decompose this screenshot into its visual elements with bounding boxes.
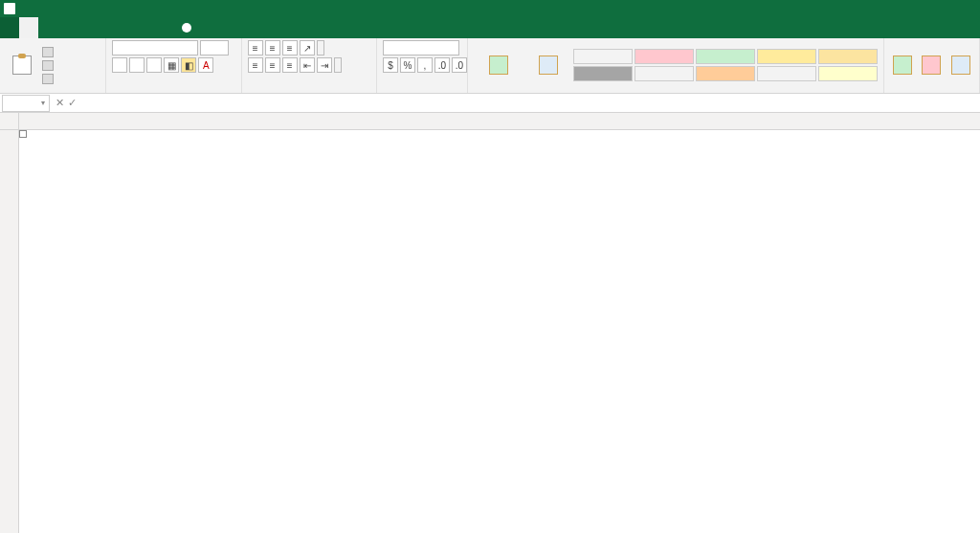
- format-as-table-icon: [539, 56, 558, 75]
- comma-button[interactable]: ,: [417, 57, 433, 73]
- style-neutral[interactable]: [757, 49, 816, 64]
- title-bar: [0, 0, 980, 17]
- column-headers: [19, 113, 980, 130]
- group-label-alignment: [248, 90, 370, 93]
- style-normal[interactable]: [573, 49, 633, 64]
- cut-button[interactable]: [42, 46, 56, 58]
- formula-input[interactable]: [90, 98, 980, 109]
- enter-formula-icon[interactable]: ✓: [68, 97, 77, 109]
- scissors-icon: [42, 47, 54, 57]
- select-all-corner[interactable]: [0, 113, 19, 130]
- decrease-decimal-button[interactable]: .0: [452, 57, 467, 73]
- style-calculation[interactable]: [818, 49, 878, 64]
- tab-insert[interactable]: [38, 17, 57, 38]
- delete-icon: [922, 56, 941, 75]
- align-middle-button[interactable]: ≡: [265, 40, 280, 56]
- percent-button[interactable]: %: [400, 57, 415, 73]
- style-good[interactable]: [696, 49, 755, 64]
- ribbon-tabs: [0, 17, 980, 38]
- indent-less-button[interactable]: ⇤: [300, 57, 315, 73]
- group-number: $ % , .0 .0: [377, 38, 468, 93]
- cell-grid[interactable]: [19, 130, 980, 533]
- group-label-font: [112, 90, 234, 93]
- tab-view[interactable]: [134, 17, 153, 38]
- paste-button[interactable]: [6, 56, 38, 76]
- group-cells: [884, 38, 980, 93]
- bold-button[interactable]: [112, 57, 127, 73]
- align-left-button[interactable]: ≡: [248, 57, 263, 73]
- worksheet-area[interactable]: [0, 113, 980, 533]
- format-icon: [951, 56, 970, 75]
- cancel-formula-icon[interactable]: ✕: [56, 97, 64, 109]
- tell-me-search[interactable]: [182, 17, 195, 38]
- tab-formulas[interactable]: [77, 17, 96, 38]
- align-bottom-button[interactable]: ≡: [282, 40, 298, 56]
- tab-page-layout[interactable]: [57, 17, 77, 38]
- conditional-formatting-button[interactable]: [474, 56, 523, 76]
- align-center-button[interactable]: ≡: [265, 57, 280, 73]
- paste-icon: [12, 56, 32, 75]
- group-label-styles: [474, 90, 878, 93]
- group-alignment: ≡ ≡ ≡ ↗ ≡ ≡ ≡ ⇤ ⇥: [242, 38, 377, 93]
- name-box[interactable]: ▾: [2, 95, 50, 112]
- row-headers: [0, 130, 19, 533]
- ribbon: ▦ ◧ A ≡ ≡ ≡ ↗ ≡ ≡ ≡ ⇤ ⇥: [0, 38, 980, 94]
- style-note[interactable]: [818, 66, 878, 81]
- italic-button[interactable]: [129, 57, 145, 73]
- increase-decimal-button[interactable]: .0: [434, 57, 450, 73]
- copy-button[interactable]: [42, 59, 56, 72]
- tab-review[interactable]: [115, 17, 134, 38]
- border-button[interactable]: ▦: [164, 57, 179, 73]
- group-label-clipboard: [6, 90, 100, 93]
- conditional-formatting-icon: [489, 56, 508, 75]
- lightbulb-icon: [182, 23, 191, 33]
- number-format-input[interactable]: [383, 40, 459, 56]
- fill-color-button[interactable]: ◧: [181, 57, 196, 73]
- style-check-cell[interactable]: [573, 66, 633, 81]
- group-styles: [468, 38, 884, 93]
- tab-data[interactable]: [96, 17, 115, 38]
- style-input[interactable]: [696, 66, 755, 81]
- tab-home[interactable]: [19, 17, 38, 38]
- group-label-number: [383, 90, 461, 93]
- group-clipboard: [0, 38, 106, 93]
- font-size-input[interactable]: [200, 40, 229, 56]
- formula-bar-row: ▾ ✕ ✓: [0, 94, 980, 113]
- cell-styles-gallery[interactable]: [573, 49, 878, 81]
- format-as-table-button[interactable]: [527, 56, 569, 76]
- format-cells-button[interactable]: [948, 56, 973, 76]
- align-top-button[interactable]: ≡: [248, 40, 263, 56]
- format-painter-button[interactable]: [42, 73, 56, 85]
- wrap-text-button[interactable]: [317, 40, 324, 56]
- orientation-button[interactable]: ↗: [300, 40, 315, 56]
- style-bad[interactable]: [635, 49, 694, 64]
- fill-handle-icon[interactable]: [19, 130, 27, 138]
- brush-icon: [42, 74, 54, 84]
- delete-cells-button[interactable]: [919, 56, 944, 76]
- tab-file[interactable]: [0, 17, 19, 38]
- copy-icon: [42, 60, 54, 71]
- chevron-down-icon: ▾: [41, 99, 45, 107]
- font-name-input[interactable]: [112, 40, 198, 56]
- group-font: ▦ ◧ A: [106, 38, 241, 93]
- indent-more-button[interactable]: ⇥: [317, 57, 332, 73]
- font-color-button[interactable]: A: [198, 57, 213, 73]
- quick-access-toolbar: [0, 3, 27, 14]
- insert-cells-button[interactable]: [890, 56, 915, 76]
- style-linked-cell[interactable]: [757, 66, 816, 81]
- currency-button[interactable]: $: [383, 57, 398, 73]
- tab-help[interactable]: [153, 17, 172, 38]
- underline-button[interactable]: [146, 57, 162, 73]
- insert-icon: [893, 56, 912, 75]
- merge-center-button[interactable]: [334, 57, 342, 73]
- style-explanatory[interactable]: [635, 66, 694, 81]
- save-icon[interactable]: [4, 3, 15, 14]
- group-label-cells: [890, 90, 973, 93]
- align-right-button[interactable]: ≡: [282, 57, 298, 73]
